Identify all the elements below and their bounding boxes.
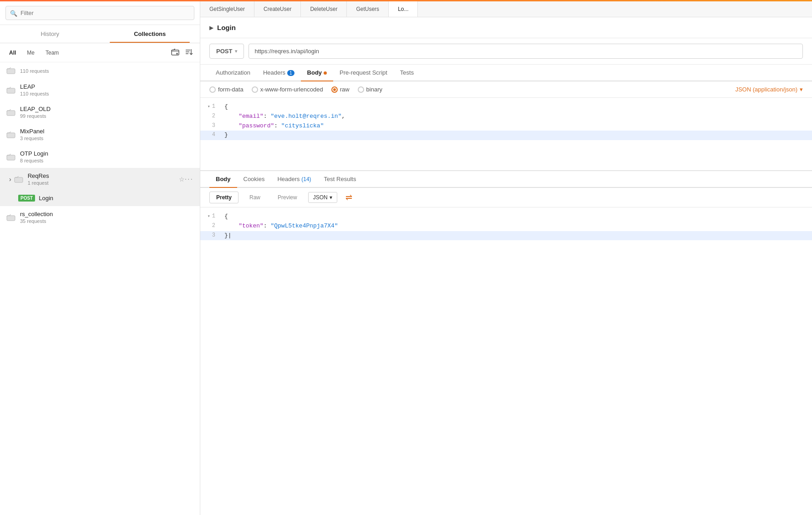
resp-tab-headers[interactable]: Headers (14) <box>271 171 317 188</box>
new-collection-icon <box>171 48 179 56</box>
resp-tab-cookies[interactable]: Cookies <box>237 171 271 188</box>
x-www-option[interactable]: x-www-form-urlencoded <box>252 86 323 93</box>
list-item[interactable]: › ReqRes 1 request ☆ ··· <box>0 168 200 190</box>
request-tab-create-user[interactable]: CreateUser <box>254 1 301 17</box>
sort-button[interactable] <box>183 47 194 58</box>
collection-name: LEAP_OLD <box>20 106 193 112</box>
filter-me[interactable]: Me <box>23 48 38 57</box>
star-button[interactable]: ☆ <box>179 176 185 183</box>
tab-collections[interactable]: Collections <box>100 25 200 43</box>
radio-form-data <box>209 86 216 93</box>
code-line: ▾1 { <box>200 102 812 112</box>
tab-pre-request-script[interactable]: Pre-request Script <box>333 65 394 81</box>
resp-tab-test-results[interactable]: Test Results <box>318 171 363 188</box>
response-tabs: Body Cookies Headers (14) Test Results <box>200 171 812 188</box>
radio-x-www <box>252 86 258 93</box>
collection-request-count: 8 requests <box>20 158 193 163</box>
collection-info: Login <box>39 195 193 202</box>
svg-rect-6 <box>7 69 15 74</box>
filter-input[interactable] <box>5 6 194 20</box>
request-name: Login <box>39 195 193 202</box>
line-number: ▾1 <box>200 212 221 221</box>
binary-option[interactable]: binary <box>358 86 382 93</box>
line-number: 3 <box>200 231 221 240</box>
method-label: POST <box>216 48 232 55</box>
collection-info: MixPanel 3 requests <box>20 128 193 141</box>
list-item[interactable]: OTP Login 8 requests <box>0 146 200 168</box>
list-item[interactable]: MixPanel 3 requests <box>0 123 200 146</box>
collection-info: 110 requests <box>20 67 193 74</box>
raw-option[interactable]: raw <box>331 86 350 93</box>
collection-info: OTP Login 8 requests <box>20 150 193 163</box>
collection-request-count: 99 requests <box>20 113 193 119</box>
line-arrow-icon: ▾ <box>208 213 210 220</box>
response-code-editor[interactable]: ▾1 { 2 "token": "QpwL5tke4Pnpja7X4" 3 }| <box>200 207 812 245</box>
collection-name: LEAP <box>20 83 193 90</box>
radio-binary <box>358 86 364 93</box>
method-chevron-icon: ▾ <box>235 49 237 54</box>
filter-team[interactable]: Team <box>42 48 62 57</box>
svg-rect-9 <box>7 133 15 138</box>
expand-icon[interactable]: ▶ <box>209 25 213 31</box>
filter-icons <box>170 47 194 58</box>
filter-all[interactable]: All <box>5 48 20 57</box>
request-tab-get-single-user[interactable]: GetSingleUser <box>200 1 254 17</box>
code-content: "password": "cityslicka" <box>221 121 324 131</box>
response-json-dropdown[interactable]: JSON ▾ <box>308 192 337 203</box>
preview-button[interactable]: Preview <box>271 192 304 203</box>
new-collection-button[interactable] <box>170 47 181 58</box>
collection-info: ReqRes 1 request <box>28 172 179 186</box>
line-number: 2 <box>200 222 221 230</box>
code-content: } <box>221 131 228 140</box>
url-input[interactable] <box>249 44 803 59</box>
folder-icon <box>6 109 15 116</box>
tab-body[interactable]: Body <box>301 65 334 81</box>
form-data-option[interactable]: form-data <box>209 86 244 93</box>
sidebar-tabs: History Collections <box>0 25 200 43</box>
tab-authorization[interactable]: Authorization <box>209 65 257 81</box>
more-options-button[interactable]: ··· <box>185 175 193 183</box>
line-number: 4 <box>200 131 221 139</box>
line-number: 2 <box>200 112 221 121</box>
json-type-dropdown[interactable]: JSON (application/json) ▾ <box>735 86 803 93</box>
form-data-label: form-data <box>218 86 244 93</box>
code-content: { <box>221 102 228 112</box>
url-bar: POST ▾ <box>200 38 812 65</box>
response-section: Body Cookies Headers (14) Test Results P… <box>200 171 812 245</box>
expand-arrow-button[interactable]: › <box>6 175 14 184</box>
tab-tests[interactable]: Tests <box>394 65 420 81</box>
raw-label: raw <box>340 86 350 93</box>
code-content: "token": "QpwL5tke4Pnpja7X4" <box>221 222 338 231</box>
request-tab-get-users[interactable]: GetUsers <box>347 1 389 17</box>
collections-list: 110 requests LEAP 110 requests <box>0 62 200 515</box>
folder-icon <box>6 67 15 74</box>
request-tab-delete-user[interactable]: DeleteUser <box>301 1 347 17</box>
list-item[interactable]: LEAP 110 requests <box>0 79 200 101</box>
tab-history[interactable]: History <box>0 25 100 43</box>
pretty-button[interactable]: Pretty <box>209 192 239 203</box>
resp-tab-body[interactable]: Body <box>209 171 237 188</box>
code-content: }| <box>221 231 232 241</box>
svg-rect-10 <box>7 155 15 160</box>
x-www-label: x-www-form-urlencoded <box>260 86 323 93</box>
search-wrapper: 🔍 <box>5 6 194 20</box>
folder-icon <box>6 153 15 161</box>
list-item[interactable]: LEAP_OLD 99 requests <box>0 101 200 123</box>
method-dropdown[interactable]: POST ▾ <box>209 44 244 59</box>
line-number: 3 <box>200 121 221 130</box>
list-item[interactable]: rs_collection 35 requests <box>0 206 200 228</box>
request-tabs-bar: GetSingleUser CreateUser DeleteUser GetU… <box>200 1 812 17</box>
svg-rect-8 <box>7 111 15 116</box>
wrap-icon[interactable]: ⇌ <box>345 192 352 202</box>
sidebar: 🔍 History Collections All Me Team <box>0 1 200 515</box>
request-tab-login[interactable]: Lo... <box>389 1 418 17</box>
list-item[interactable]: 110 requests <box>0 62 200 79</box>
list-item[interactable]: POST Login <box>0 190 200 206</box>
search-icon: 🔍 <box>10 10 17 16</box>
tab-headers[interactable]: Headers1 <box>257 65 301 81</box>
json-type-label: JSON (application/json) <box>735 86 797 93</box>
request-body-editor[interactable]: ▾1 { 2 "email": "eve.holt@reqres.in", 3 … <box>200 98 812 171</box>
collection-request-count: 1 request <box>28 180 179 186</box>
raw-button[interactable]: Raw <box>243 192 267 203</box>
code-line: 2 "email": "eve.holt@reqres.in", <box>200 112 812 121</box>
